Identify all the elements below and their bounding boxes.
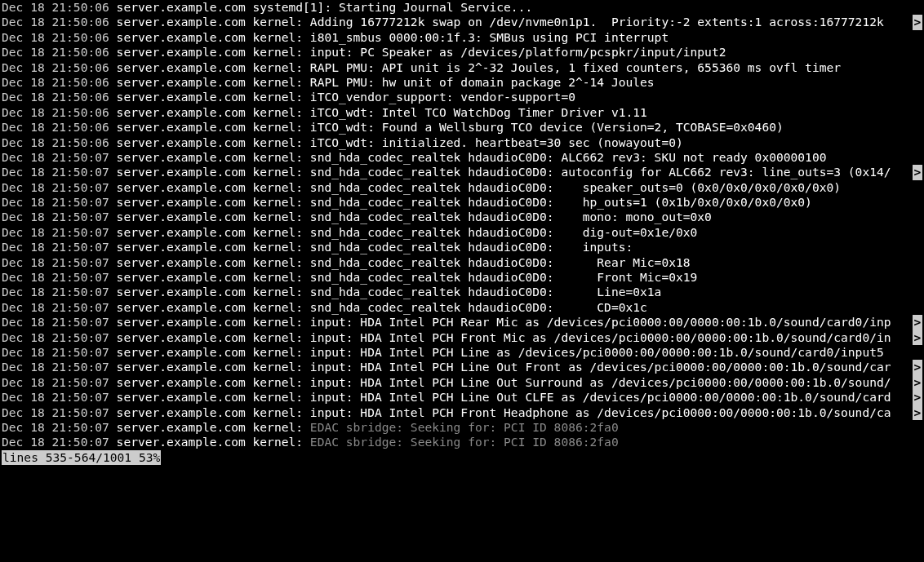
log-message: input: HDA Intel PCH Rear Mic as /device… [310,315,891,329]
log-message: snd_hda_codec_realtek hdaudioC0D0: Line=… [310,285,662,299]
log-line: Dec 18 21:50:06 server.example.com kerne… [2,75,922,90]
log-timestamp: Dec 18 21:50:07 [2,225,109,239]
log-host: server.example.com [117,405,246,419]
log-message: snd_hda_codec_realtek hdaudioC0D0: dig-o… [310,225,697,239]
log-line: Dec 18 21:50:06 server.example.com kerne… [2,30,922,45]
log-message: i801_smbus 0000:00:1f.3: SMBus using PCI… [310,30,669,44]
log-source: kernel: [253,60,304,74]
log-message: snd_hda_codec_realtek hdaudioC0D0: mono:… [310,210,712,223]
log-source: kernel: [253,165,304,179]
log-host: server.example.com [117,195,246,209]
log-message: iTCO_vendor_support: vendor-support=0 [310,90,575,104]
log-host: server.example.com [117,60,246,74]
log-host: server.example.com [117,420,246,434]
log-message: input: HDA Intel PCH Line Out Front as /… [310,360,891,374]
log-line: Dec 18 21:50:06 server.example.com kerne… [2,120,922,135]
log-line: Dec 18 21:50:06 server.example.com syste… [2,0,922,15]
log-host: server.example.com [117,345,246,359]
log-message: EDAC sbridge: Seeking for: PCI ID 8086:2… [310,420,619,434]
log-host: server.example.com [117,210,246,223]
log-timestamp: Dec 18 21:50:07 [2,360,109,374]
log-message: iTCO_wdt: Found a Wellsburg TCO device (… [310,120,784,134]
log-host: server.example.com [117,150,246,164]
log-line: Dec 18 21:50:06 server.example.com kerne… [2,45,922,60]
log-timestamp: Dec 18 21:50:07 [2,180,109,194]
log-message: input: HDA Intel PCH Line Out Surround a… [310,375,891,389]
log-timestamp: Dec 18 21:50:06 [2,120,109,134]
log-host: server.example.com [117,360,246,374]
overflow-indicator-icon: > [913,360,922,374]
log-source: kernel: [253,390,304,404]
log-message: input: HDA Intel PCH Front Mic as /devic… [310,330,891,344]
log-source: kernel: [253,30,304,44]
log-host: server.example.com [117,180,246,194]
journal-pager-output[interactable]: Dec 18 21:50:06 server.example.com syste… [0,0,924,465]
log-host: server.example.com [117,30,246,44]
log-source: kernel: [253,345,304,359]
log-timestamp: Dec 18 21:50:07 [2,435,109,449]
log-message: snd_hda_codec_realtek hdaudioC0D0: CD=0x… [310,300,647,314]
log-source: kernel: [253,45,304,59]
log-line: Dec 18 21:50:07 server.example.com kerne… [2,375,922,390]
log-host: server.example.com [117,135,246,149]
log-message: snd_hda_codec_realtek hdaudioC0D0: speak… [310,180,841,194]
log-line: Dec 18 21:50:07 server.example.com kerne… [2,420,922,435]
log-source: kernel: [253,195,304,209]
log-line: Dec 18 21:50:07 server.example.com kerne… [2,165,922,179]
log-message: snd_hda_codec_realtek hdaudioC0D0: Front… [310,270,697,284]
log-source: kernel: [253,90,304,104]
log-line: Dec 18 21:50:07 server.example.com kerne… [2,315,922,330]
log-timestamp: Dec 18 21:50:06 [2,30,109,44]
log-source: kernel: [253,225,304,239]
log-host: server.example.com [117,300,246,314]
log-host: server.example.com [117,285,246,299]
log-source: kernel: [253,75,304,89]
log-message: snd_hda_codec_realtek hdaudioC0D0: hp_ou… [310,195,812,209]
log-message: EDAC sbridge: Seeking for: PCI ID 8086:2… [310,435,619,449]
log-source: kernel: [253,315,304,329]
overflow-indicator-icon: > [913,375,922,390]
log-host: server.example.com [117,270,246,284]
overflow-indicator-icon: > [913,330,922,345]
overflow-indicator-icon: > [913,165,922,179]
log-message: Adding 16777212k swap on /dev/nvme0n1p1.… [310,15,891,29]
log-source: kernel: [253,405,304,419]
log-line: Dec 18 21:50:07 server.example.com kerne… [2,435,922,449]
log-host: server.example.com [117,165,246,179]
overflow-indicator-icon: > [913,15,922,29]
log-line: Dec 18 21:50:07 server.example.com kerne… [2,225,922,240]
log-line: Dec 18 21:50:07 server.example.com kerne… [2,405,922,420]
log-source: systemd[1]: [253,0,332,14]
log-timestamp: Dec 18 21:50:07 [2,195,109,209]
log-message: input: PC Speaker as /devices/platform/p… [310,45,726,59]
log-timestamp: Dec 18 21:50:07 [2,300,109,314]
log-host: server.example.com [117,375,246,389]
log-timestamp: Dec 18 21:50:06 [2,90,109,104]
log-line: Dec 18 21:50:06 server.example.com kerne… [2,135,922,150]
log-source: kernel: [253,15,304,29]
log-source: kernel: [253,120,304,134]
log-host: server.example.com [117,15,246,29]
log-timestamp: Dec 18 21:50:06 [2,15,109,29]
log-timestamp: Dec 18 21:50:07 [2,255,109,269]
log-timestamp: Dec 18 21:50:06 [2,45,109,59]
log-message: snd_hda_codec_realtek hdaudioC0D0: Rear … [310,255,691,269]
log-line: Dec 18 21:50:06 server.example.com kerne… [2,15,922,29]
log-timestamp: Dec 18 21:50:07 [2,165,109,179]
log-host: server.example.com [117,315,246,329]
log-message: input: HDA Intel PCH Line as /devices/pc… [310,345,884,359]
log-timestamp: Dec 18 21:50:07 [2,420,109,434]
pager-status-line: lines 535-564/1001 53% [2,450,922,465]
log-timestamp: Dec 18 21:50:07 [2,375,109,389]
log-source: kernel: [253,360,304,374]
log-host: server.example.com [117,435,246,449]
log-source: kernel: [253,135,304,149]
log-line: Dec 18 21:50:07 server.example.com kerne… [2,150,922,165]
pager-status-text: lines 535-564/1001 53% [2,450,161,465]
log-timestamp: Dec 18 21:50:07 [2,285,109,299]
log-source: kernel: [253,375,304,389]
log-timestamp: Dec 18 21:50:07 [2,345,109,359]
log-host: server.example.com [117,330,246,344]
log-message: iTCO_wdt: initialized. heartbeat=30 sec … [310,135,683,149]
log-host: server.example.com [117,390,246,404]
